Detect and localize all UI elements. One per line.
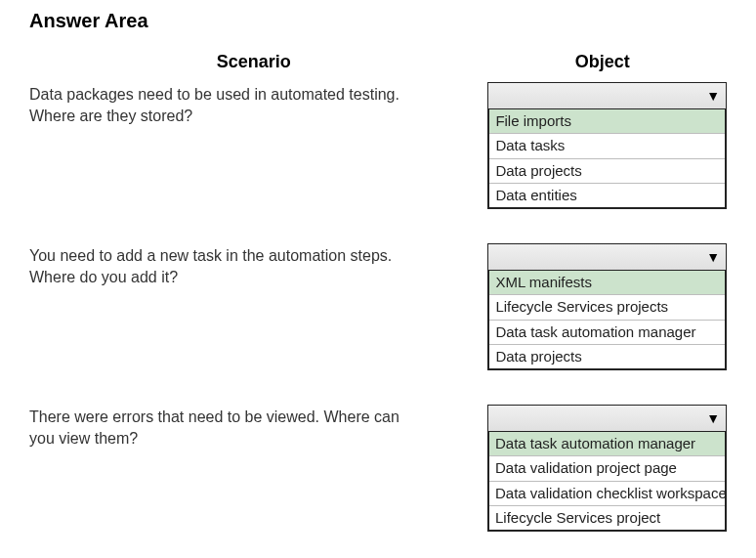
dropdown-option[interactable]: Data task automation manager [489,321,725,345]
dropdown-option[interactable]: File imports [489,109,725,134]
dropdown-toggle[interactable]: ▼ [487,405,727,432]
dropdown-option[interactable]: Data validation checklist workspace [489,482,725,506]
dropdown-options: Data task automation manager Data valida… [487,432,727,532]
chevron-down-icon: ▼ [706,88,720,104]
question-row: Data packages need to be used in automat… [29,82,727,209]
chevron-down-icon: ▼ [706,410,720,426]
page-title: Answer Area [29,10,727,32]
object-dropdown: ▼ Data task automation manager Data vali… [487,405,727,532]
object-dropdown: ▼ XML manifests Lifecycle Services proje… [487,243,727,370]
dropdown-option[interactable]: Lifecycle Services project [489,506,725,530]
dropdown-options: File imports Data tasks Data projects Da… [487,109,727,209]
dropdown-option[interactable]: Lifecycle Services projects [489,295,725,320]
question-row: You need to add a new task in the automa… [29,243,727,370]
columns-header: Scenario Object [29,52,727,72]
dropdown-option[interactable]: Data projects [489,159,725,184]
dropdown-option[interactable]: Data task automation manager [489,432,725,456]
dropdown-toggle[interactable]: ▼ [487,82,727,109]
dropdown-option[interactable]: Data tasks [489,134,725,158]
dropdown-toggle[interactable]: ▼ [487,243,727,271]
scenario-text: You need to add a new task in the automa… [29,243,487,289]
dropdown-option[interactable]: Data projects [489,345,725,368]
chevron-down-icon: ▼ [706,249,720,265]
scenario-text: There were errors that need to be viewed… [29,405,487,451]
dropdown-option[interactable]: XML manifests [489,271,725,295]
dropdown-option[interactable]: Data validation project page [489,456,725,481]
scenario-column-header: Scenario [29,52,479,72]
object-column-header: Object [479,52,727,72]
object-dropdown: ▼ File imports Data tasks Data projects … [487,82,727,209]
question-row: There were errors that need to be viewed… [29,405,727,532]
dropdown-option[interactable]: Data entities [489,184,725,207]
dropdown-options: XML manifests Lifecycle Services project… [487,271,727,370]
scenario-text: Data packages need to be used in automat… [29,82,487,128]
